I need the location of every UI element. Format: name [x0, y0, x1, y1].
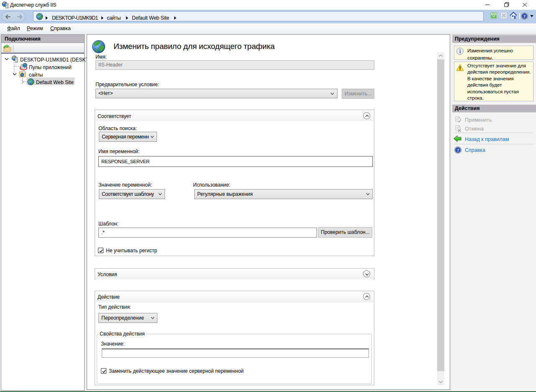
svg-text:?: ?: [523, 14, 526, 19]
svg-text:?: ?: [457, 148, 459, 153]
